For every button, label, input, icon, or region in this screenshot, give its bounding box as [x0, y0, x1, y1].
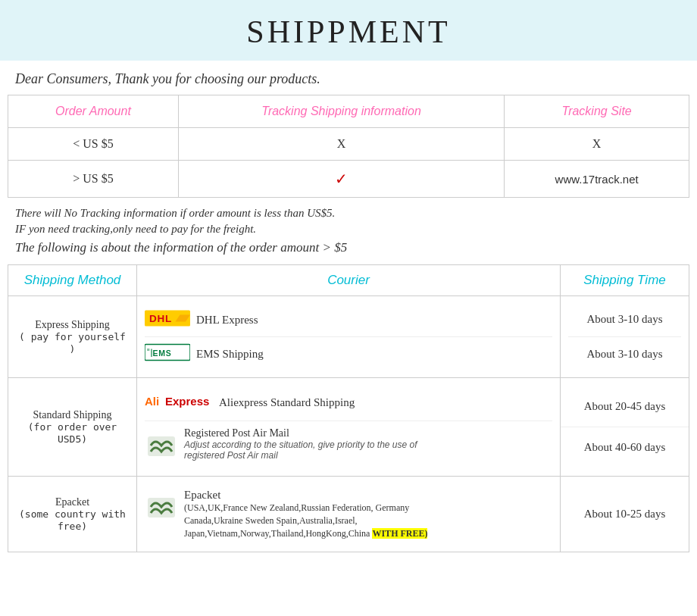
- site-cell: X: [505, 128, 689, 161]
- epacket-row: Epacket (some country with free) Epack: [8, 477, 689, 552]
- svg-text:EMS: EMS: [153, 349, 172, 358]
- amount-cell: < US $5: [8, 128, 179, 161]
- standard-method-cell: Standard Shipping (for order over USD5): [8, 378, 137, 477]
- epacket-courier-cell: Epacket (USA,UK,France New Zealand,Russi…: [137, 477, 561, 552]
- standard-shipping-row: Standard Shipping (for order over USD5) …: [8, 378, 689, 477]
- express-courier-cell: DHL DHL Express ≡ EMS: [137, 296, 561, 378]
- post-logo-svg: [145, 430, 178, 461]
- svg-text:Ali: Ali: [145, 395, 159, 408]
- aliexpress-name: Aliexpress Standard Shipping: [219, 396, 355, 409]
- aliexpress-logo-svg: Ali Express: [145, 392, 213, 410]
- tracking-cell: X: [178, 128, 504, 161]
- epacket-logo: [145, 492, 178, 525]
- post-title: Registered Post Air Mail: [184, 427, 442, 439]
- aliexpress-row: Ali Express Aliexpress Standard Shipping: [145, 384, 552, 421]
- express-time-cell: About 3-10 days About 3-10 days: [561, 296, 689, 378]
- svg-text:DHL: DHL: [149, 313, 172, 324]
- page-title: SHIPPMENT: [0, 14, 697, 50]
- site-cell: www.17track.net: [505, 161, 689, 198]
- svg-text:Express: Express: [165, 395, 209, 408]
- col-shipping-method: Shipping Method: [8, 265, 137, 296]
- express-method-sublabel: ( pay for yourself ): [19, 331, 126, 355]
- ems-logo-svg: ≡ EMS: [145, 342, 190, 363]
- standard-method-sublabel: (for order over USD5): [28, 421, 117, 445]
- ems-time: About 3-10 days: [568, 337, 681, 371]
- epacket-method-label: Epacket: [55, 496, 89, 508]
- express-shipping-row: Express Shipping ( pay for yourself ) DH…: [8, 296, 689, 378]
- epacket-details: Epacket (USA,UK,France New Zealand,Russi…: [184, 489, 442, 539]
- col-shipping-time: Shipping Time: [561, 265, 689, 296]
- ems-name: EMS Shipping: [196, 348, 264, 361]
- col-tracking-info: Tracking Shipping information: [178, 95, 504, 128]
- amount-cell: > US $5: [8, 161, 179, 198]
- tracking-table-section: Order Amount Tracking Shipping informati…: [0, 95, 697, 198]
- aliexpress-time: About 20-45 days: [561, 386, 689, 427]
- tracking-cell: ✓: [178, 161, 504, 198]
- header-section: SHIPPMENT: [0, 0, 697, 61]
- shipping-table: Shipping Method Courier Shipping Time Ex…: [8, 264, 689, 552]
- post-details: Registered Post Air Mail Adjust accordin…: [184, 427, 442, 461]
- epacket-method-sublabel: (some country with free): [19, 508, 126, 532]
- note-line2: IF yon need tracking,only need to pay fo…: [15, 223, 682, 236]
- dhl-time: About 3-10 days: [568, 302, 681, 337]
- intro-text: Dear Consumers, Thank you for choosing o…: [0, 61, 697, 95]
- epacket-logo-svg: [145, 492, 178, 522]
- svg-text:≡: ≡: [147, 347, 150, 352]
- col-tracking-site: Tracking Site: [505, 95, 689, 128]
- dhl-row: DHL DHL Express: [145, 303, 552, 336]
- standard-time-cell: About 20-45 days About 40-60 days: [561, 378, 689, 477]
- epacket-method-cell: Epacket (some country with free): [8, 477, 137, 552]
- epacket-time-cell: About 10-25 days: [561, 477, 689, 552]
- ems-row: ≡ EMS EMS Shipping: [145, 336, 552, 371]
- dhl-logo-svg: DHL: [145, 308, 190, 329]
- post-time: About 40-60 days: [561, 427, 689, 467]
- epacket-courier-row: Epacket (USA,UK,France New Zealand,Russi…: [145, 483, 552, 546]
- post-row: Registered Post Air Mail Adjust accordin…: [145, 421, 552, 470]
- epacket-highlight: WITH FREE): [372, 528, 427, 539]
- dhl-name: DHL Express: [196, 314, 258, 327]
- tracking-table: Order Amount Tracking Shipping informati…: [8, 95, 689, 198]
- aliexpress-logo: Ali Express: [145, 392, 213, 413]
- standard-method-label: Standard Shipping: [33, 409, 112, 421]
- express-method-label: Express Shipping: [35, 319, 109, 330]
- notes-section: There will No Tracking information if or…: [0, 198, 697, 264]
- epacket-countries: (USA,UK,France New Zealand,Russian Feder…: [184, 502, 442, 539]
- col-courier: Courier: [137, 265, 561, 296]
- table-row: > US $5 ✓ www.17track.net: [8, 161, 689, 198]
- express-method-cell: Express Shipping ( pay for yourself ): [8, 296, 137, 378]
- standard-courier-cell: Ali Express Aliexpress Standard Shipping: [137, 378, 561, 477]
- epacket-title: Epacket: [184, 489, 442, 502]
- post-sub: Adjust according to the situation, give …: [184, 439, 442, 461]
- dhl-logo: DHL: [145, 308, 190, 332]
- ems-logo: ≡ EMS: [145, 342, 190, 366]
- note-line1: There will No Tracking information if or…: [15, 207, 682, 220]
- post-logo: [145, 430, 178, 464]
- col-order-amount: Order Amount: [8, 95, 179, 128]
- table-row: < US $5 X X: [8, 128, 689, 161]
- note-line3: The following is about the information o…: [15, 240, 682, 255]
